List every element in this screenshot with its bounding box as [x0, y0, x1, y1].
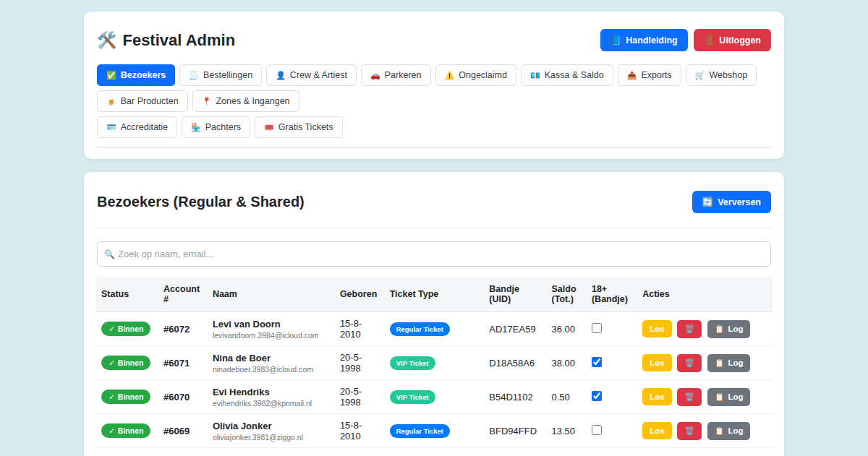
birth-date: 20-5-1998	[334, 448, 384, 456]
log-label: Log	[728, 358, 743, 367]
log-button[interactable]: 📋Log	[707, 354, 751, 372]
visitor-name: Levi van Doorn	[213, 319, 328, 330]
ticket-type-badge: Regular Ticket	[390, 424, 450, 438]
tab-icon: 🚗	[370, 71, 380, 80]
refresh-button[interactable]: 🔄 Verversen	[692, 191, 771, 213]
ticket-type-badge: VIP Ticket	[390, 390, 435, 404]
column-header: Naam	[207, 277, 334, 312]
visitors-card-header: Bezoekers (Regular & Shared) 🔄 Verversen	[95, 184, 773, 228]
tab-bestellingen[interactable]: 🧾 Bestellingen	[179, 64, 262, 86]
tab-label: Webshop	[710, 70, 748, 80]
account-number: #6071	[158, 346, 207, 380]
log-label: Log	[728, 426, 743, 435]
adult-band-checkbox[interactable]	[592, 357, 602, 367]
log-button[interactable]: 📋Log	[707, 320, 751, 338]
tab-bezoekers[interactable]: ✅ Bezoekers	[97, 64, 175, 86]
refresh-icon: 🔄	[702, 197, 714, 207]
log-icon: 📋	[715, 324, 725, 334]
tab-icon: ⚠️	[445, 71, 455, 80]
trash-icon: 🗑️	[684, 324, 694, 334]
tab-exports[interactable]: 📤 Exports	[618, 64, 681, 86]
column-header: Saldo (Tot.)	[546, 277, 586, 312]
tools-icon: 🛠️	[97, 31, 116, 50]
trash-icon: 🗑️	[684, 426, 694, 436]
birth-date: 20-5-1998	[334, 346, 384, 380]
account-number: #6068	[158, 448, 207, 456]
tab-label: Accreditatie	[121, 122, 168, 132]
tab-kassa-saldo[interactable]: 💶 Kassa & Saldo	[521, 64, 613, 86]
birth-date: 15-8-2010	[334, 312, 384, 346]
delete-button[interactable]: 🗑️	[677, 422, 702, 440]
tab-ongeclaimd[interactable]: ⚠️ Ongeclaimd	[435, 64, 516, 86]
primary-action-button[interactable]: Los	[642, 320, 671, 337]
table-row: ✓Binnen #6071 Nina de Boer ninadeboer.39…	[95, 346, 773, 380]
log-label: Log	[728, 392, 743, 401]
log-icon: 📋	[715, 426, 725, 436]
delete-button[interactable]: 🗑️	[677, 354, 702, 372]
status-label: Binnen	[118, 324, 144, 333]
handleiding-label: Handleiding	[626, 35, 678, 46]
tab-accreditatie[interactable]: 🪪 Accreditatie	[97, 116, 177, 138]
birth-date: 20-5-1998	[334, 380, 384, 414]
search-input[interactable]	[97, 241, 771, 267]
tabs-container: ✅ Bezoekers 🧾 Bestellingen 👤 Crew & Arti…	[95, 64, 773, 147]
tab-label: Ongeclaimd	[459, 70, 507, 80]
visitor-name: Evi Hendriks	[213, 387, 328, 397]
handleiding-button[interactable]: 📘 Handleiding	[600, 29, 688, 51]
adult-band-checkbox[interactable]	[592, 391, 602, 401]
primary-action-button[interactable]: Los	[642, 422, 671, 439]
status-label: Binnen	[118, 426, 144, 435]
table-row: ✓Binnen #6069 Olivia Jonker oliviajonker…	[95, 414, 773, 448]
band-uid: BFD94FFD	[483, 414, 545, 448]
tab-zones-ingangen[interactable]: 📍 Zones & Ingangen	[192, 90, 299, 112]
table-row: ✓Binnen #6070 Evi Hendriks evihendriks.3…	[95, 380, 773, 414]
ticket-type-badge: Regular Ticket	[390, 322, 450, 336]
primary-action-button[interactable]: Los	[642, 388, 671, 405]
tab-icon: 📍	[202, 97, 212, 106]
trash-icon: 🗑️	[684, 358, 694, 368]
tab-label: Crew & Artiest	[290, 70, 347, 80]
column-header: Acties	[637, 277, 773, 312]
tab-crew-artiest[interactable]: 👤 Crew & Artiest	[266, 64, 357, 86]
tab-label: Gratis Tickets	[278, 122, 333, 132]
delete-button[interactable]: 🗑️	[677, 388, 702, 406]
band-uid: AD17EA59	[483, 312, 545, 346]
band-uid: 3494B8B0	[483, 448, 545, 456]
tab-parkeren[interactable]: 🚗 Parkeren	[361, 64, 430, 86]
tab-pachters[interactable]: 🏪 Pachters	[182, 116, 250, 138]
table-row: ✓Binnen #6072 Levi van Doorn levivandoor…	[95, 312, 773, 346]
primary-action-button[interactable]: Los	[642, 354, 671, 371]
saldo-value: 36.00	[546, 312, 586, 346]
account-number: #6072	[158, 312, 207, 346]
saldo-value: 5.70	[546, 448, 586, 456]
tab-icon: 🍺	[106, 97, 116, 106]
log-button[interactable]: 📋Log	[707, 422, 751, 440]
column-header: Account #	[158, 277, 207, 312]
status-check-icon: ✓	[109, 392, 115, 401]
header-card: 🛠️ Festival Admin 📘 Handleiding 🚪 Uitlog…	[84, 12, 784, 159]
tab-webshop[interactable]: 🛒 Webshop	[686, 64, 757, 86]
visitors-table-body: ✓Binnen #6072 Levi van Doorn levivandoor…	[95, 312, 773, 456]
tab-gratis-tickets[interactable]: 🎟️ Gratis Tickets	[255, 116, 342, 138]
adult-band-checkbox[interactable]	[592, 425, 602, 435]
saldo-value: 0.50	[546, 380, 586, 414]
page-title: 🛠️ Festival Admin	[97, 31, 235, 50]
adult-band-checkbox[interactable]	[592, 323, 602, 333]
uitloggen-button[interactable]: 🚪 Uitloggen	[694, 29, 771, 51]
visitor-name: Nina de Boer	[213, 353, 328, 363]
status-label: Binnen	[118, 392, 144, 401]
ticket-type-badge: VIP Ticket	[390, 356, 435, 370]
visitor-email: oliviajonker.3981@ziggo.nl	[213, 433, 328, 442]
tab-label: Pachters	[205, 122, 241, 132]
log-icon: 📋	[715, 392, 725, 402]
tab-label: Kassa & Saldo	[545, 70, 604, 80]
tab-label: Bar Producten	[121, 96, 179, 106]
column-header: Ticket Type	[384, 277, 484, 312]
log-button[interactable]: 📋Log	[707, 388, 751, 406]
search-icon: 🔍	[104, 249, 115, 259]
delete-button[interactable]: 🗑️	[677, 320, 702, 338]
tab-icon: 🎟️	[264, 123, 274, 132]
tab-bar-producten[interactable]: 🍺 Bar Producten	[97, 90, 188, 112]
status-badge: ✓Binnen	[101, 356, 150, 370]
visitors-card: Bezoekers (Regular & Shared) 🔄 Verversen…	[84, 172, 784, 456]
